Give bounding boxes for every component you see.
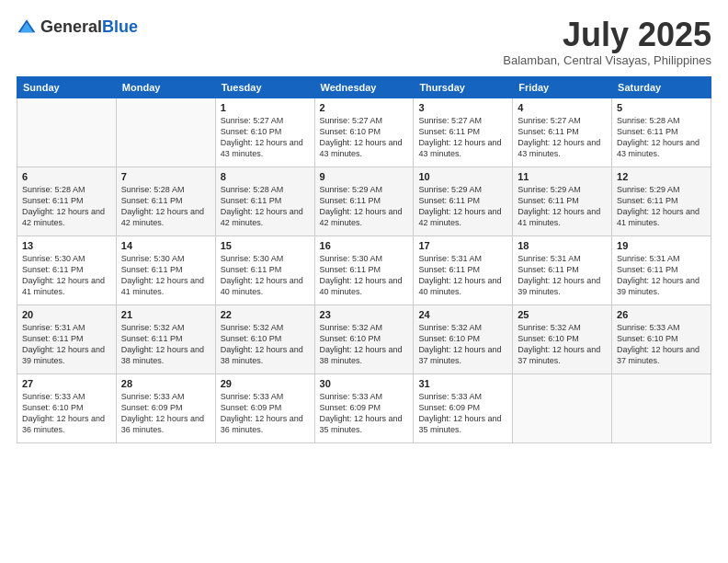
- calendar-cell: 15Sunrise: 5:30 AM Sunset: 6:11 PM Dayli…: [215, 236, 314, 304]
- calendar-cell: 7Sunrise: 5:28 AM Sunset: 6:11 PM Daylig…: [116, 167, 215, 236]
- calendar-cell: 18Sunrise: 5:31 AM Sunset: 6:11 PM Dayli…: [513, 236, 612, 304]
- calendar-cell: 21Sunrise: 5:32 AM Sunset: 6:11 PM Dayli…: [116, 304, 215, 373]
- day-number: 1: [221, 102, 310, 113]
- day-info: Sunrise: 5:30 AM Sunset: 6:11 PM Dayligh…: [22, 253, 111, 298]
- calendar-cell: 6Sunrise: 5:28 AM Sunset: 6:11 PM Daylig…: [17, 167, 117, 236]
- calendar-cell: 29Sunrise: 5:33 AM Sunset: 6:09 PM Dayli…: [215, 373, 314, 442]
- calendar-cell: [116, 98, 215, 167]
- day-number: 16: [320, 240, 409, 251]
- day-number: 27: [22, 378, 111, 389]
- location-title: Balamban, Central Visayas, Philippines: [503, 53, 711, 67]
- calendar-cell: 9Sunrise: 5:29 AM Sunset: 6:11 PM Daylig…: [314, 167, 414, 236]
- calendar-week-4: 27Sunrise: 5:33 AM Sunset: 6:10 PM Dayli…: [17, 373, 711, 442]
- calendar-cell: 5Sunrise: 5:28 AM Sunset: 6:11 PM Daylig…: [612, 98, 711, 167]
- calendar-cell: 11Sunrise: 5:29 AM Sunset: 6:11 PM Dayli…: [513, 167, 612, 236]
- calendar-cell: 23Sunrise: 5:32 AM Sunset: 6:10 PM Dayli…: [314, 304, 414, 373]
- th-wednesday: Wednesday: [314, 76, 414, 98]
- logo: GeneralBlue: [17, 17, 138, 37]
- calendar-week-3: 20Sunrise: 5:31 AM Sunset: 6:11 PM Dayli…: [17, 304, 711, 373]
- day-info: Sunrise: 5:27 AM Sunset: 6:11 PM Dayligh…: [518, 115, 607, 160]
- day-number: 5: [617, 102, 706, 113]
- day-info: Sunrise: 5:29 AM Sunset: 6:11 PM Dayligh…: [518, 184, 607, 229]
- calendar-cell: 27Sunrise: 5:33 AM Sunset: 6:10 PM Dayli…: [17, 373, 117, 442]
- calendar-cell: 17Sunrise: 5:31 AM Sunset: 6:11 PM Dayli…: [414, 236, 513, 304]
- calendar-cell: [17, 98, 117, 167]
- th-saturday: Saturday: [612, 76, 711, 98]
- day-info: Sunrise: 5:27 AM Sunset: 6:10 PM Dayligh…: [320, 115, 409, 160]
- day-info: Sunrise: 5:32 AM Sunset: 6:10 PM Dayligh…: [221, 322, 310, 367]
- day-number: 4: [518, 102, 607, 113]
- header-row: Sunday Monday Tuesday Wednesday Thursday…: [17, 76, 711, 98]
- calendar-cell: 20Sunrise: 5:31 AM Sunset: 6:11 PM Dayli…: [17, 304, 117, 373]
- th-tuesday: Tuesday: [215, 76, 314, 98]
- day-number: 28: [121, 378, 210, 389]
- logo-general: General: [40, 17, 102, 36]
- day-number: 15: [221, 240, 310, 251]
- day-number: 11: [518, 171, 607, 182]
- day-number: 10: [418, 171, 507, 182]
- day-info: Sunrise: 5:29 AM Sunset: 6:11 PM Dayligh…: [320, 184, 409, 229]
- day-number: 13: [22, 240, 111, 251]
- day-number: 7: [121, 171, 210, 182]
- day-number: 8: [221, 171, 310, 182]
- day-info: Sunrise: 5:32 AM Sunset: 6:10 PM Dayligh…: [320, 322, 409, 367]
- day-info: Sunrise: 5:30 AM Sunset: 6:11 PM Dayligh…: [121, 253, 210, 298]
- day-number: 21: [121, 309, 210, 320]
- day-number: 20: [22, 309, 111, 320]
- calendar-cell: 16Sunrise: 5:30 AM Sunset: 6:11 PM Dayli…: [314, 236, 414, 304]
- day-number: 18: [518, 240, 607, 251]
- calendar-table: Sunday Monday Tuesday Wednesday Thursday…: [17, 76, 711, 443]
- day-number: 30: [320, 378, 409, 389]
- day-info: Sunrise: 5:33 AM Sunset: 6:10 PM Dayligh…: [617, 322, 706, 367]
- day-number: 23: [320, 309, 409, 320]
- day-number: 3: [418, 102, 507, 113]
- calendar-cell: 3Sunrise: 5:27 AM Sunset: 6:11 PM Daylig…: [414, 98, 513, 167]
- day-info: Sunrise: 5:33 AM Sunset: 6:09 PM Dayligh…: [418, 391, 507, 436]
- calendar-cell: 10Sunrise: 5:29 AM Sunset: 6:11 PM Dayli…: [414, 167, 513, 236]
- day-info: Sunrise: 5:33 AM Sunset: 6:09 PM Dayligh…: [121, 391, 210, 436]
- calendar-cell: 14Sunrise: 5:30 AM Sunset: 6:11 PM Dayli…: [116, 236, 215, 304]
- day-info: Sunrise: 5:31 AM Sunset: 6:11 PM Dayligh…: [418, 253, 507, 298]
- month-title: July 2025: [503, 17, 711, 53]
- day-info: Sunrise: 5:28 AM Sunset: 6:11 PM Dayligh…: [22, 184, 111, 229]
- calendar-cell: 30Sunrise: 5:33 AM Sunset: 6:09 PM Dayli…: [314, 373, 414, 442]
- calendar-cell: 28Sunrise: 5:33 AM Sunset: 6:09 PM Dayli…: [116, 373, 215, 442]
- th-monday: Monday: [116, 76, 215, 98]
- page: GeneralBlue July 2025 Balamban, Central …: [0, 0, 728, 563]
- day-number: 24: [418, 309, 507, 320]
- day-info: Sunrise: 5:27 AM Sunset: 6:11 PM Dayligh…: [418, 115, 507, 160]
- day-info: Sunrise: 5:32 AM Sunset: 6:10 PM Dayligh…: [518, 322, 607, 367]
- day-info: Sunrise: 5:28 AM Sunset: 6:11 PM Dayligh…: [617, 115, 706, 160]
- calendar-week-0: 1Sunrise: 5:27 AM Sunset: 6:10 PM Daylig…: [17, 98, 711, 167]
- calendar-cell: 25Sunrise: 5:32 AM Sunset: 6:10 PM Dayli…: [513, 304, 612, 373]
- day-number: 14: [121, 240, 210, 251]
- calendar-cell: [513, 373, 612, 442]
- calendar-cell: 1Sunrise: 5:27 AM Sunset: 6:10 PM Daylig…: [215, 98, 314, 167]
- calendar-week-1: 6Sunrise: 5:28 AM Sunset: 6:11 PM Daylig…: [17, 167, 711, 236]
- day-number: 29: [221, 378, 310, 389]
- calendar-cell: 19Sunrise: 5:31 AM Sunset: 6:11 PM Dayli…: [612, 236, 711, 304]
- day-info: Sunrise: 5:28 AM Sunset: 6:11 PM Dayligh…: [221, 184, 310, 229]
- calendar-cell: 2Sunrise: 5:27 AM Sunset: 6:10 PM Daylig…: [314, 98, 414, 167]
- day-info: Sunrise: 5:32 AM Sunset: 6:10 PM Dayligh…: [418, 322, 507, 367]
- day-number: 6: [22, 171, 111, 182]
- day-number: 12: [617, 171, 706, 182]
- day-info: Sunrise: 5:31 AM Sunset: 6:11 PM Dayligh…: [22, 322, 111, 367]
- day-info: Sunrise: 5:33 AM Sunset: 6:10 PM Dayligh…: [22, 391, 111, 436]
- day-number: 2: [320, 102, 409, 113]
- day-number: 22: [221, 309, 310, 320]
- day-info: Sunrise: 5:29 AM Sunset: 6:11 PM Dayligh…: [418, 184, 507, 229]
- day-number: 31: [418, 378, 507, 389]
- day-info: Sunrise: 5:30 AM Sunset: 6:11 PM Dayligh…: [221, 253, 310, 298]
- day-info: Sunrise: 5:33 AM Sunset: 6:09 PM Dayligh…: [221, 391, 310, 436]
- day-info: Sunrise: 5:31 AM Sunset: 6:11 PM Dayligh…: [518, 253, 607, 298]
- th-friday: Friday: [513, 76, 612, 98]
- calendar-cell: 8Sunrise: 5:28 AM Sunset: 6:11 PM Daylig…: [215, 167, 314, 236]
- day-info: Sunrise: 5:29 AM Sunset: 6:11 PM Dayligh…: [617, 184, 706, 229]
- logo-icon: [17, 17, 37, 37]
- calendar-cell: [612, 373, 711, 442]
- logo-blue: Blue: [102, 17, 138, 36]
- day-info: Sunrise: 5:31 AM Sunset: 6:11 PM Dayligh…: [617, 253, 706, 298]
- day-number: 17: [418, 240, 507, 251]
- day-info: Sunrise: 5:33 AM Sunset: 6:09 PM Dayligh…: [320, 391, 409, 436]
